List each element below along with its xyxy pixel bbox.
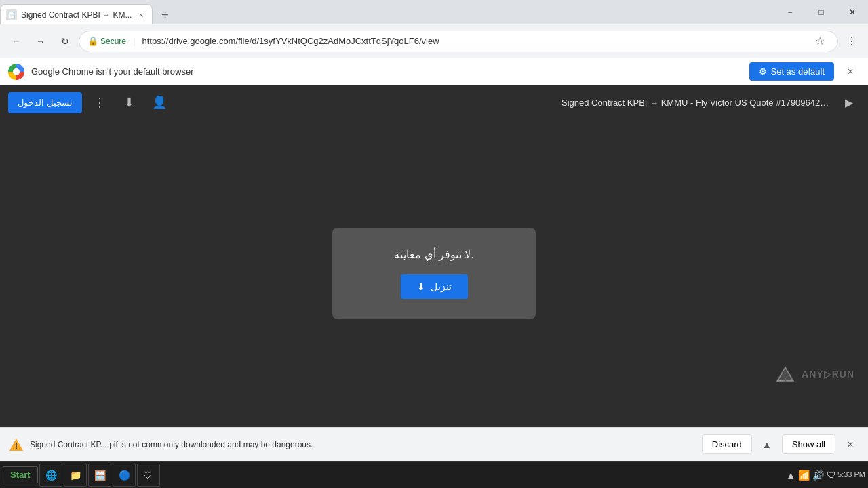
taskbar-time: 5:33 PM (837, 470, 865, 479)
dialog-download-label: تنزيل (431, 281, 452, 292)
taskbar-tray: ▲ 📶 🔊 🛡 (786, 470, 836, 481)
anyrun-logo-icon (772, 362, 799, 386)
start-label: Start (10, 470, 31, 480)
tray-icon-security: 🛡 (827, 470, 836, 481)
download-bar-close-button[interactable]: × (841, 435, 860, 454)
tray-icon-1: ▲ (786, 470, 795, 481)
open-icon: ▶ (845, 96, 853, 109)
omnibox-bar: ← → ↻ 🔒 Secure | https://drive.google.co… (0, 24, 868, 58)
main-content: لا تتوفر أي معاينة. ⬇ تنزيل ANY▷RUN (0, 119, 868, 427)
open-in-drive-button[interactable]: ▶ (838, 92, 860, 113)
download-bar-right: Show all × (782, 434, 860, 454)
taskbar-item-windows[interactable]: 🪟 (88, 464, 111, 487)
svg-text:!: ! (15, 441, 18, 451)
extensions-button[interactable]: ⋮ (841, 30, 863, 52)
secure-label: Secure (100, 37, 126, 46)
url-text: https://drive.google.com/file/d/1syfYVkN… (142, 36, 806, 46)
preview-dialog: لا تتوفر أي معاينة. ⬇ تنزيل (332, 228, 536, 319)
tray-icon-network: 📶 (798, 470, 810, 481)
antivirus-icon: 🛡 (143, 470, 154, 481)
forward-button[interactable]: → (30, 30, 52, 52)
chrome-logo-icon (8, 64, 24, 80)
anyrun-text: ANY▷RUN (802, 369, 854, 380)
download-bar: ! Signed Contract KP....pif is not commo… (0, 427, 868, 461)
taskbar-item-ie[interactable]: 🌐 (39, 464, 62, 487)
svg-marker-1 (777, 367, 793, 381)
set-default-label: Set as default (771, 66, 825, 77)
ie-icon: 🌐 (45, 470, 56, 481)
url-separator: | (133, 36, 135, 46)
secure-badge: 🔒 Secure (87, 36, 126, 46)
taskbar-item-antivirus[interactable]: 🛡 (137, 464, 160, 487)
discard-button[interactable]: Discard (702, 434, 752, 454)
active-tab[interactable]: 📄 Signed Contract KPBI → KM... × (0, 4, 153, 24)
file-title: Signed Contract KPBI → KMMU - Fly Victor… (561, 98, 833, 108)
drive-toolbar: تسجيل الدخول ⋮ ⬇ 👤 Signed Contract KPBI … (0, 85, 868, 119)
expand-downloads-button[interactable]: ▲ (757, 435, 776, 454)
add-user-icon: 👤 (152, 95, 167, 110)
dialog-download-icon: ⬇ (417, 281, 425, 292)
new-tab-button[interactable]: + (155, 5, 174, 24)
add-user-button[interactable]: 👤 (147, 90, 172, 115)
taskbar-item-explorer[interactable]: 📁 (64, 464, 87, 487)
refresh-button[interactable]: ↻ (54, 30, 76, 52)
notification-bar: Google Chrome isn't your default browser… (0, 58, 868, 85)
set-default-button[interactable]: ⚙ Set as default (749, 62, 835, 81)
bookmark-button[interactable]: ☆ (810, 32, 829, 51)
warning-icon: ! (8, 436, 24, 453)
signin-button[interactable]: تسجيل الدخول (8, 92, 82, 113)
download-toolbar-button[interactable]: ⬇ (117, 90, 142, 115)
tray-icon-volume: 🔊 (812, 470, 824, 481)
tab-title: Signed Contract KPBI → KM... (21, 10, 132, 20)
set-default-icon: ⚙ (759, 66, 767, 77)
omnibox[interactable]: 🔒 Secure | https://drive.google.com/file… (79, 30, 838, 52)
windows-icon: 🪟 (94, 470, 105, 481)
taskbar: Start 🌐 📁 🪟 🔵 🛡 ▲ 📶 🔊 🛡 5:33 PM (0, 461, 868, 488)
tab-bar: 📄 Signed Contract KPBI → KM... × + − □ ✕ (0, 0, 868, 24)
notification-close-button[interactable]: × (841, 62, 860, 81)
download-warning-text: Signed Contract KP....pif is not commonl… (30, 440, 696, 449)
lock-icon: 🔒 (87, 36, 98, 46)
menu-button[interactable]: ⋮ (87, 90, 112, 115)
dialog-download-button[interactable]: ⬇ تنزيل (401, 274, 468, 299)
download-icon: ⬇ (124, 95, 134, 110)
menu-icon: ⋮ (94, 95, 106, 110)
minimize-button[interactable]: − (774, 0, 806, 24)
preview-unavailable-message: لا تتوفر أي معاينة. (394, 248, 474, 261)
omnibox-actions: ⋮ (841, 30, 863, 52)
maximize-button[interactable]: □ (806, 0, 837, 24)
tab-close-button[interactable]: × (136, 9, 146, 20)
chrome-taskbar-icon: 🔵 (119, 470, 130, 481)
start-button[interactable]: Start (3, 466, 38, 483)
taskbar-item-chrome[interactable]: 🔵 (113, 464, 136, 487)
notification-text: Google Chrome isn't your default browser (31, 66, 743, 77)
close-window-button[interactable]: ✕ (837, 0, 868, 24)
anyrun-watermark: ANY▷RUN (772, 362, 854, 386)
chrome-window: 📄 Signed Contract KPBI → KM... × + − □ ✕… (0, 0, 868, 488)
tab-favicon: 📄 (6, 9, 17, 20)
explorer-icon: 📁 (70, 470, 81, 481)
back-button[interactable]: ← (5, 30, 27, 52)
window-controls: − □ ✕ (774, 0, 868, 24)
show-all-button[interactable]: Show all (782, 434, 835, 454)
